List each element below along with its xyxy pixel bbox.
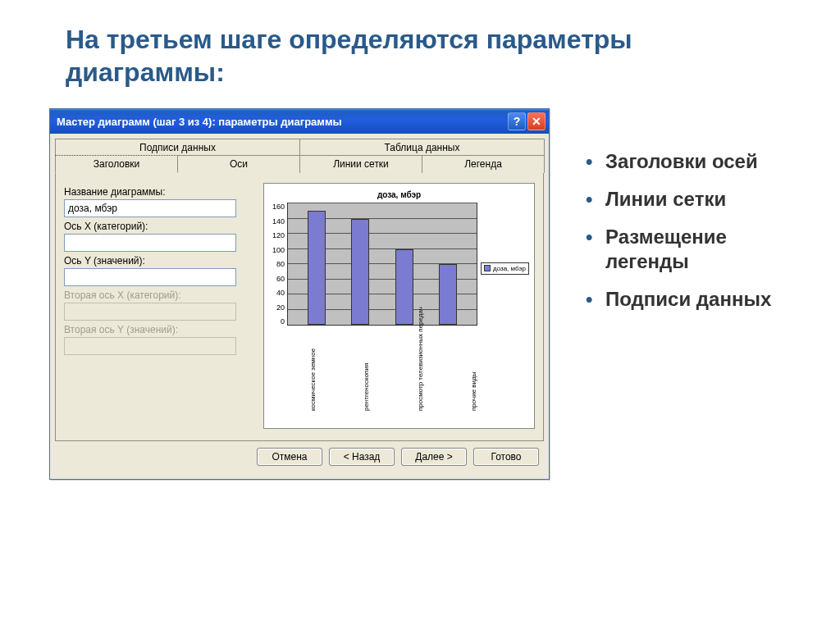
tab-legend[interactable]: Легенда [422, 155, 545, 173]
next-button[interactable]: Далее > [401, 448, 467, 466]
y-axis: 160140120100806040200 [272, 203, 287, 326]
bullet-item: Заголовки осей [582, 149, 791, 174]
x-tick-label: прочие виды [471, 337, 478, 411]
chart-title: доза, мбэр [264, 184, 534, 203]
input-axis-y[interactable] [64, 268, 236, 286]
cancel-button[interactable]: Отмена [257, 448, 322, 466]
y-tick: 40 [276, 289, 285, 297]
tab-axes[interactable]: Оси [177, 155, 300, 173]
y-tick: 20 [276, 303, 285, 312]
bullet-list: Заголовки осейЛинии сеткиРазмещение леге… [582, 149, 791, 325]
y-tick: 60 [276, 275, 285, 283]
input-axis-y2 [64, 337, 236, 355]
legend-label: доза, мбэр [493, 265, 526, 272]
finish-button[interactable]: Готово [473, 448, 539, 466]
label-axis-y2: Вторая ось Y (значений): [64, 324, 257, 335]
help-button[interactable]: ? [508, 112, 526, 130]
tab-data-table[interactable]: Таблица данных [299, 139, 545, 156]
tab-data-labels[interactable]: Подписи данных [55, 139, 300, 156]
tab-gridlines[interactable]: Линии сетки [299, 155, 422, 173]
chart-bar [395, 249, 413, 326]
x-axis-labels: космическое земноерентгеноскопияпросмотр… [264, 334, 534, 411]
slide-title: На третьем шаге определяются параметры д… [66, 23, 791, 89]
input-chart-title[interactable] [64, 199, 236, 217]
chart-preview: доза, мбэр 160140120100806040200 доза, м… [263, 183, 535, 429]
y-tick: 80 [276, 260, 285, 268]
y-tick: 100 [272, 246, 285, 254]
label-axis-x: Ось X (категорий): [64, 221, 257, 232]
chart-bar [351, 219, 369, 326]
titlebar: Мастер диаграмм (шаг 3 из 4): параметры … [50, 109, 549, 134]
label-axis-y: Ось Y (значений): [64, 255, 257, 267]
tab-panel-titles: Название диаграммы: Ось X (категорий): О… [55, 172, 544, 441]
plot-area [287, 203, 477, 326]
label-chart-title: Название диаграммы: [64, 186, 257, 198]
y-tick: 120 [272, 231, 285, 239]
label-axis-x2: Вторая ось X (категорий): [64, 289, 257, 301]
chart-wizard-dialog: Мастер диаграмм (шаг 3 из 4): параметры … [49, 108, 550, 480]
dialog-buttons: Отмена < Назад Далее > Готово [55, 441, 544, 474]
bullet-item: Линии сетки [582, 187, 791, 212]
input-axis-x2 [64, 303, 236, 321]
input-axis-x[interactable] [64, 234, 236, 252]
question-icon: ? [514, 115, 521, 128]
chart-bar [439, 264, 457, 325]
y-tick: 0 [281, 317, 285, 326]
x-tick-label: космическое земное [310, 337, 317, 411]
bullet-item: Подписи данных [582, 287, 791, 312]
x-tick-label: рентгеноскопия [363, 337, 371, 411]
close-icon: ✕ [532, 115, 541, 128]
tab-titles[interactable]: Заголовки [55, 155, 178, 173]
y-tick: 160 [272, 203, 285, 211]
chart-bar [308, 211, 326, 325]
legend-swatch-icon [484, 265, 491, 271]
y-tick: 140 [272, 217, 285, 226]
back-button[interactable]: < Назад [329, 448, 395, 466]
legend: доза, мбэр [481, 262, 529, 275]
dialog-title: Мастер диаграмм (шаг 3 из 4): параметры … [57, 116, 506, 128]
bullet-item: Размещение легенды [582, 225, 791, 274]
close-button[interactable]: ✕ [527, 112, 546, 130]
x-tick-label: просмотр телевизионных передач [418, 337, 425, 411]
gridline [288, 203, 477, 203]
